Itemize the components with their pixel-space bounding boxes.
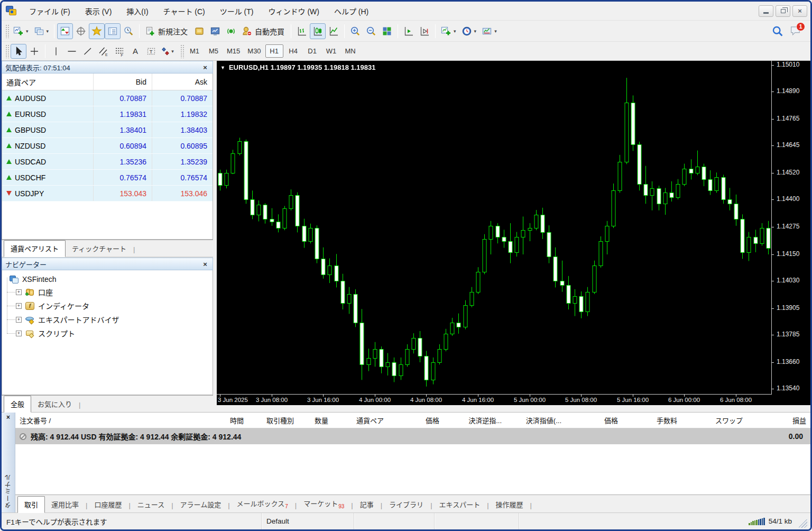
zoom-in-button[interactable] — [347, 23, 363, 39]
trendline-tool-button[interactable] — [80, 44, 96, 59]
menu-item-5[interactable]: ウィンドウ (W) — [261, 3, 327, 19]
menu-item-0[interactable]: ファイル (F) — [22, 3, 78, 19]
chart-shift-button[interactable] — [417, 23, 432, 39]
fibo-tool-button[interactable]: F — [112, 44, 127, 59]
terminal-tab-4[interactable]: アラーム設定 — [174, 497, 228, 512]
terminal-column-8[interactable]: 価格 — [566, 415, 622, 425]
market-watch-row-eurusd[interactable]: EURUSD1.198311.19832 — [2, 106, 213, 122]
market-watch-close-icon[interactable]: × — [201, 63, 209, 71]
navigator-item-0[interactable]: +口座 — [16, 285, 210, 299]
channel-tool-button[interactable]: E — [96, 44, 112, 59]
market-watch-row-nzdusd[interactable]: NZDUSD0.608940.60895 — [2, 138, 213, 154]
timeframe-d1[interactable]: D1 — [303, 44, 321, 58]
market-watch-tab-0[interactable]: 通貨ペアリスト — [4, 240, 66, 257]
terminal-column-3[interactable]: 数量 — [298, 415, 333, 425]
resize-grip[interactable] — [799, 519, 807, 528]
status-profile[interactable]: Default — [262, 513, 354, 529]
terminal-tab-3[interactable]: ニュース — [131, 497, 171, 512]
timeframe-m15[interactable]: M15 — [224, 44, 243, 58]
market-watch-row-usdchf[interactable]: USDCHF0.765740.76574 — [2, 170, 213, 186]
navigator-item-3[interactable]: +スクリプト — [16, 326, 210, 340]
crosshair-tool-button[interactable] — [26, 44, 42, 59]
toolbar-grip3[interactable] — [180, 44, 184, 58]
price-axis[interactable]: 1.150101.148901.147651.146451.145201.144… — [772, 61, 810, 394]
timeframe-h1[interactable]: H1 — [265, 44, 283, 58]
timeframe-m30[interactable]: M30 — [244, 44, 264, 58]
line-chart-button[interactable] — [326, 23, 342, 39]
terminal-column-1[interactable]: 時間 — [190, 415, 248, 425]
market-watch-row-usdcad[interactable]: USDCAD1.352361.35239 — [2, 154, 213, 170]
terminal-column-0[interactable]: 注文番号 / — [15, 415, 190, 425]
navigator-tab-0[interactable]: 全般 — [4, 396, 31, 413]
label-tool-button[interactable]: T — [143, 44, 159, 59]
expand-icon[interactable]: + — [16, 289, 22, 295]
navigator-tab-1[interactable]: お気に入り — [31, 396, 78, 412]
timeframe-m1[interactable]: M1 — [186, 44, 204, 58]
search-icon[interactable] — [771, 25, 784, 38]
cursor-button[interactable] — [11, 44, 26, 59]
terminal-tab-5[interactable]: メールボックス7 — [230, 496, 294, 512]
shapes-tool-button[interactable]: ▾ — [159, 44, 175, 59]
market-watch-row-gbpusd[interactable]: GBPUSD1.384011.38403 — [2, 122, 213, 138]
navigator-item-1[interactable]: +fインディケータ — [16, 299, 210, 313]
profiles-button[interactable]: ▾ — [31, 23, 52, 39]
minimize-button[interactable] — [759, 5, 773, 17]
terminal-close-icon[interactable]: × — [6, 413, 10, 421]
vertical-splitter[interactable] — [213, 61, 217, 412]
market-watch-tab-1[interactable]: ティックチャート — [66, 241, 133, 257]
timeframe-w1[interactable]: W1 — [322, 44, 340, 58]
navigator-close-icon[interactable]: × — [201, 260, 209, 268]
auto-scroll-button[interactable] — [401, 23, 417, 39]
terminal-tab-6[interactable]: マーケット93 — [297, 496, 350, 512]
terminal-column-10[interactable]: スワップ — [681, 415, 747, 425]
column-symbol[interactable]: 通貨ペア — [2, 77, 93, 87]
timeframe-h4[interactable]: H4 — [284, 44, 302, 58]
column-ask[interactable]: Ask — [152, 74, 213, 90]
market-watch-row-audusd[interactable]: AUDUSD0.708870.70887 — [2, 90, 213, 106]
navigator-button[interactable] — [89, 23, 105, 39]
new-order-button[interactable]: 新規注文 — [142, 23, 191, 39]
chart-window[interactable]: ▼ EURUSD,H1 1.19897 1.19935 1.19818 1.19… — [217, 61, 810, 405]
terminal-tab-9[interactable]: エキスパート — [433, 497, 487, 512]
terminal-column-4[interactable]: 通貨ペア — [333, 415, 388, 425]
strategy-tester-button[interactable] — [121, 23, 136, 39]
expand-icon[interactable]: + — [16, 303, 22, 309]
indicators-button[interactable]: ▾ — [438, 23, 459, 39]
autotrade-button[interactable]: 自動売買 — [239, 23, 288, 39]
periods-button[interactable]: ▾ — [459, 23, 479, 39]
timeframe-mn[interactable]: MN — [342, 44, 359, 58]
column-bid[interactable]: Bid — [93, 74, 152, 90]
metaeditor-button[interactable] — [191, 23, 207, 39]
new-chart-button[interactable]: ▾ — [11, 23, 31, 39]
chart-collapse-icon[interactable]: ▼ — [220, 65, 225, 70]
text-tool-button[interactable]: A — [127, 44, 143, 59]
terminal-tab-0[interactable]: 取引 — [17, 496, 45, 513]
hline-tool-button[interactable] — [64, 44, 80, 59]
tree-root-account[interactable]: XSFintech — [4, 273, 210, 285]
chart-window-button[interactable] — [207, 23, 223, 39]
terminal-column-6[interactable]: 決済逆指... — [444, 415, 506, 425]
terminal-button[interactable] — [105, 23, 121, 39]
tile-windows-button[interactable] — [379, 23, 395, 39]
candlestick-plot[interactable] — [217, 61, 772, 394]
terminal-tab-2[interactable]: 口座履歴 — [88, 497, 128, 512]
restore-button[interactable] — [776, 5, 790, 17]
menu-item-4[interactable]: ツール (T) — [213, 3, 261, 19]
terminal-column-5[interactable]: 価格 — [388, 415, 444, 425]
bar-chart-button[interactable] — [294, 23, 310, 39]
expand-icon[interactable]: + — [16, 317, 22, 323]
vline-tool-button[interactable] — [48, 44, 64, 59]
signals-button[interactable] — [223, 23, 239, 39]
toolbar-grip2[interactable] — [5, 44, 9, 58]
candle-chart-button[interactable] — [310, 23, 326, 39]
close-button[interactable]: × — [792, 5, 807, 17]
data-window-button[interactable] — [73, 23, 89, 39]
menu-item-6[interactable]: ヘルプ (H) — [327, 3, 376, 19]
expand-icon[interactable]: + — [16, 331, 22, 336]
market-watch-button[interactable] — [57, 23, 73, 39]
terminal-tab-8[interactable]: ライブラリ — [383, 497, 430, 512]
templates-button[interactable]: ▾ — [479, 23, 500, 39]
market-watch-row-usdjpy[interactable]: USDJPY153.043153.046 — [2, 186, 213, 202]
terminal-column-2[interactable]: 取引種別 — [248, 415, 298, 425]
menu-item-1[interactable]: 表示 (V) — [78, 3, 119, 19]
